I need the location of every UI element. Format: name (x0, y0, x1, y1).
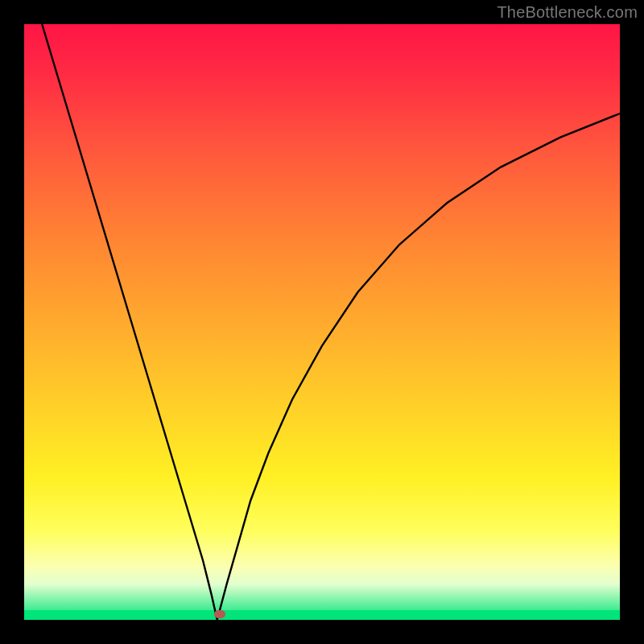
plot-area (24, 24, 620, 620)
watermark-text: TheBottleneck.com (497, 3, 638, 22)
bottleneck-curve (24, 24, 620, 620)
chart-frame: TheBottleneck.com (0, 0, 644, 644)
current-config-marker (214, 610, 225, 618)
